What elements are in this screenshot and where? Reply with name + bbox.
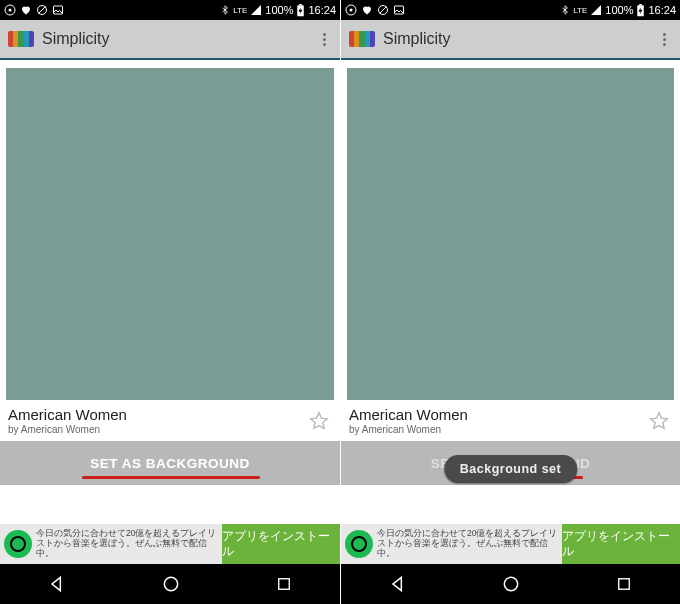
wallpaper-preview[interactable] (347, 68, 674, 400)
ad-text: 今日の気分に合わせて20億を超えるプレイリストから音楽を選ぼう。ぜんぶ無料で配信… (36, 529, 218, 558)
content-area: American Women by American Women SET AS … (0, 68, 340, 572)
app-bar: Simplicity (341, 20, 680, 60)
nav-bar (0, 564, 340, 604)
annotation-underline (82, 476, 260, 479)
heart-icon (20, 4, 32, 16)
svg-rect-6 (300, 4, 303, 5)
svg-point-1 (9, 9, 12, 12)
toast-message: Background set (444, 455, 577, 483)
svg-rect-15 (640, 4, 643, 5)
spotify-icon (4, 530, 32, 558)
nav-back-icon[interactable] (47, 574, 67, 594)
lte-label: LTE (233, 6, 247, 15)
set-background-button[interactable]: SET AS BACKGROUND Background set (341, 441, 680, 485)
picture-icon (393, 4, 405, 16)
no-sign-icon (377, 4, 389, 16)
ad-text: 今日の気分に合わせて20億を超えるプレイリストから音楽を選ぼう。ぜんぶ無料で配信… (377, 529, 558, 558)
app-title: Simplicity (383, 30, 451, 48)
wallpaper-title: American Women (349, 406, 648, 423)
clock: 16:24 (308, 4, 336, 16)
nav-home-icon[interactable] (501, 574, 521, 594)
nav-bar (341, 564, 680, 604)
app-logo-icon (8, 31, 34, 47)
screenshot-right: LTE 100% 16:24 Simplicity American Women… (340, 0, 680, 604)
content-area: American Women by American Women SET AS … (341, 68, 680, 572)
app-title: Simplicity (42, 30, 110, 48)
wallpaper-meta: American Women by American Women (341, 400, 680, 441)
set-background-label: SET AS BACKGROUND (90, 456, 250, 471)
wallpaper-title: American Women (8, 406, 308, 423)
wallpaper-meta: American Women by American Women (0, 400, 340, 441)
svg-point-10 (350, 9, 353, 12)
wallpaper-byline: by American Women (8, 424, 308, 435)
circle-dot-icon (4, 4, 16, 16)
bluetooth-icon (220, 4, 230, 16)
bluetooth-icon (560, 4, 570, 16)
nav-back-icon[interactable] (388, 574, 408, 594)
lte-label: LTE (573, 6, 587, 15)
ad-banner[interactable]: 今日の気分に合わせて20億を超えるプレイリストから音楽を選ぼう。ぜんぶ無料で配信… (0, 524, 340, 564)
more-vert-icon[interactable] (657, 27, 672, 52)
battery-pct: 100% (265, 4, 293, 16)
signal-icon (590, 4, 602, 16)
app-bar: Simplicity (0, 20, 340, 60)
ad-install-button[interactable]: アプリをインストール (562, 524, 680, 564)
app-logo-icon (349, 31, 375, 47)
star-outline-icon[interactable] (648, 410, 670, 432)
set-background-button[interactable]: SET AS BACKGROUND (0, 441, 340, 485)
status-bar: LTE 100% 16:24 (341, 0, 680, 20)
no-sign-icon (36, 4, 48, 16)
wallpaper-preview[interactable] (6, 68, 334, 400)
circle-dot-icon (345, 4, 357, 16)
status-bar: LTE 100% 16:24 (0, 0, 340, 20)
svg-point-7 (164, 577, 177, 590)
clock: 16:24 (648, 4, 676, 16)
battery-icon (296, 4, 305, 17)
battery-icon (636, 4, 645, 17)
svg-point-16 (505, 577, 518, 590)
nav-recent-icon[interactable] (275, 575, 293, 593)
star-outline-icon[interactable] (308, 410, 330, 432)
picture-icon (52, 4, 64, 16)
svg-line-3 (39, 7, 46, 14)
spotify-icon (345, 530, 373, 558)
more-vert-icon[interactable] (317, 27, 332, 52)
screenshot-left: LTE 100% 16:24 Simplicity American Women… (0, 0, 340, 604)
ad-install-button[interactable]: アプリをインストール (222, 524, 340, 564)
ad-banner[interactable]: 今日の気分に合わせて20億を超えるプレイリストから音楽を選ぼう。ぜんぶ無料で配信… (341, 524, 680, 564)
svg-rect-17 (619, 579, 630, 590)
heart-icon (361, 4, 373, 16)
svg-rect-8 (279, 579, 290, 590)
wallpaper-byline: by American Women (349, 424, 648, 435)
svg-line-12 (380, 7, 387, 14)
nav-home-icon[interactable] (161, 574, 181, 594)
nav-recent-icon[interactable] (615, 575, 633, 593)
signal-icon (250, 4, 262, 16)
battery-pct: 100% (605, 4, 633, 16)
